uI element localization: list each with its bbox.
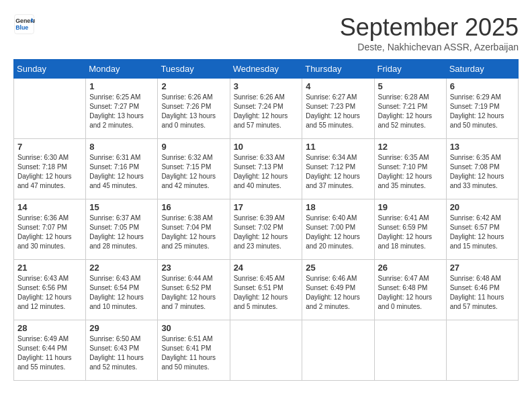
- calendar-cell-w5d2: 29Sunrise: 6:50 AMSunset: 6:43 PMDayligh…: [86, 320, 158, 381]
- calendar-cell-w2d7: 13Sunrise: 6:35 AMSunset: 7:08 PMDayligh…: [446, 139, 518, 199]
- day-number: 30: [161, 323, 226, 333]
- day-number: 17: [234, 202, 299, 212]
- day-number: 3: [234, 81, 299, 91]
- header-saturday: Saturday: [446, 60, 518, 79]
- day-number: 25: [306, 263, 370, 273]
- calendar-cell-w3d2: 15Sunrise: 6:37 AMSunset: 7:05 PMDayligh…: [86, 199, 158, 260]
- day-number: 18: [306, 202, 370, 212]
- header-friday: Friday: [374, 60, 446, 79]
- day-info: Sunrise: 6:33 AMSunset: 7:13 PMDaylight:…: [234, 153, 299, 191]
- day-info: Sunrise: 6:48 AMSunset: 6:46 PMDaylight:…: [450, 274, 515, 312]
- calendar-cell-w2d3: 9Sunrise: 6:32 AMSunset: 7:15 PMDaylight…: [158, 139, 230, 199]
- calendar-cell-w4d1: 21Sunrise: 6:43 AMSunset: 6:56 PMDayligh…: [14, 260, 86, 320]
- day-info: Sunrise: 6:43 AMSunset: 6:54 PMDaylight:…: [89, 274, 154, 312]
- calendar-cell-w4d4: 24Sunrise: 6:45 AMSunset: 6:51 PMDayligh…: [230, 260, 302, 320]
- calendar-cell-w1d2: 1Sunrise: 6:25 AMSunset: 7:27 PMDaylight…: [86, 79, 158, 139]
- header-wednesday: Wednesday: [230, 60, 302, 79]
- day-info: Sunrise: 6:51 AMSunset: 6:41 PMDaylight:…: [161, 334, 226, 372]
- calendar-cell-w2d1: 7Sunrise: 6:30 AMSunset: 7:18 PMDaylight…: [14, 139, 86, 199]
- day-info: Sunrise: 6:43 AMSunset: 6:56 PMDaylight:…: [17, 274, 82, 312]
- day-number: 7: [17, 142, 82, 152]
- location: Deste, Nakhichevan ASSR, Azerbaijan: [340, 42, 519, 52]
- title-section: September 2025 Deste, Nakhichevan ASSR, …: [340, 13, 519, 52]
- day-info: Sunrise: 6:37 AMSunset: 7:05 PMDaylight:…: [89, 214, 154, 251]
- day-info: Sunrise: 6:50 AMSunset: 6:43 PMDaylight:…: [89, 334, 154, 372]
- page-header: General Blue General Blue September 2025…: [13, 13, 519, 52]
- calendar-cell-w4d2: 22Sunrise: 6:43 AMSunset: 6:54 PMDayligh…: [86, 260, 158, 320]
- day-info: Sunrise: 6:26 AMSunset: 7:26 PMDaylight:…: [161, 93, 226, 130]
- calendar-cell-w1d6: 5Sunrise: 6:28 AMSunset: 7:21 PMDaylight…: [374, 79, 446, 139]
- week-row-3: 14Sunrise: 6:36 AMSunset: 7:07 PMDayligh…: [14, 199, 519, 260]
- calendar-cell-w2d2: 8Sunrise: 6:31 AMSunset: 7:16 PMDaylight…: [86, 139, 158, 199]
- header-sunday: Sunday: [14, 60, 86, 79]
- day-number: 15: [89, 202, 154, 212]
- header-thursday: Thursday: [302, 60, 374, 79]
- calendar-cell-w1d3: 2Sunrise: 6:26 AMSunset: 7:26 PMDaylight…: [158, 79, 230, 139]
- day-number: 27: [450, 263, 515, 273]
- calendar-cell-w2d6: 12Sunrise: 6:35 AMSunset: 7:10 PMDayligh…: [374, 139, 446, 199]
- day-info: Sunrise: 6:41 AMSunset: 6:59 PMDaylight:…: [378, 214, 443, 251]
- day-number: 5: [378, 81, 443, 91]
- day-info: Sunrise: 6:42 AMSunset: 6:57 PMDaylight:…: [450, 214, 515, 251]
- week-row-2: 7Sunrise: 6:30 AMSunset: 7:18 PMDaylight…: [14, 139, 519, 199]
- week-row-4: 21Sunrise: 6:43 AMSunset: 6:56 PMDayligh…: [14, 260, 519, 320]
- calendar-cell-w4d6: 26Sunrise: 6:47 AMSunset: 6:48 PMDayligh…: [374, 260, 446, 320]
- calendar-cell-w3d3: 16Sunrise: 6:38 AMSunset: 7:04 PMDayligh…: [158, 199, 230, 260]
- day-number: 20: [450, 202, 515, 212]
- day-info: Sunrise: 6:45 AMSunset: 6:51 PMDaylight:…: [234, 274, 299, 312]
- day-number: 6: [450, 81, 515, 91]
- calendar-cell-w1d5: 4Sunrise: 6:27 AMSunset: 7:23 PMDaylight…: [302, 79, 374, 139]
- calendar-cell-w4d5: 25Sunrise: 6:46 AMSunset: 6:49 PMDayligh…: [302, 260, 374, 320]
- calendar-cell-w5d3: 30Sunrise: 6:51 AMSunset: 6:41 PMDayligh…: [158, 320, 230, 381]
- day-info: Sunrise: 6:44 AMSunset: 6:52 PMDaylight:…: [161, 274, 226, 312]
- day-info: Sunrise: 6:38 AMSunset: 7:04 PMDaylight:…: [161, 214, 226, 251]
- calendar-cell-w1d1: [14, 79, 86, 139]
- day-info: Sunrise: 6:28 AMSunset: 7:21 PMDaylight:…: [378, 93, 443, 130]
- day-number: 11: [306, 142, 370, 152]
- day-number: 2: [161, 81, 226, 91]
- calendar-cell-w4d7: 27Sunrise: 6:48 AMSunset: 6:46 PMDayligh…: [446, 260, 518, 320]
- calendar-cell-w3d1: 14Sunrise: 6:36 AMSunset: 7:07 PMDayligh…: [14, 199, 86, 260]
- day-number: 4: [306, 81, 370, 91]
- month-title: September 2025: [340, 13, 519, 42]
- header-tuesday: Tuesday: [158, 60, 230, 79]
- day-info: Sunrise: 6:35 AMSunset: 7:08 PMDaylight:…: [450, 153, 515, 191]
- calendar-cell-w3d4: 17Sunrise: 6:39 AMSunset: 7:02 PMDayligh…: [230, 199, 302, 260]
- day-number: 29: [89, 323, 154, 333]
- calendar-cell-w3d5: 18Sunrise: 6:40 AMSunset: 7:00 PMDayligh…: [302, 199, 374, 260]
- day-info: Sunrise: 6:31 AMSunset: 7:16 PMDaylight:…: [89, 153, 154, 191]
- day-info: Sunrise: 6:49 AMSunset: 6:44 PMDaylight:…: [17, 334, 82, 372]
- calendar: Sunday Monday Tuesday Wednesday Thursday…: [13, 59, 519, 381]
- calendar-cell-w1d7: 6Sunrise: 6:29 AMSunset: 7:19 PMDaylight…: [446, 79, 518, 139]
- header-monday: Monday: [86, 60, 158, 79]
- day-number: 8: [89, 142, 154, 152]
- day-info: Sunrise: 6:26 AMSunset: 7:24 PMDaylight:…: [234, 93, 299, 130]
- day-info: Sunrise: 6:25 AMSunset: 7:27 PMDaylight:…: [89, 93, 154, 130]
- calendar-cell-w5d1: 28Sunrise: 6:49 AMSunset: 6:44 PMDayligh…: [14, 320, 86, 381]
- day-info: Sunrise: 6:40 AMSunset: 7:00 PMDaylight:…: [306, 214, 370, 251]
- day-info: Sunrise: 6:27 AMSunset: 7:23 PMDaylight:…: [306, 93, 370, 130]
- week-row-5: 28Sunrise: 6:49 AMSunset: 6:44 PMDayligh…: [14, 320, 519, 381]
- week-row-1: 1Sunrise: 6:25 AMSunset: 7:27 PMDaylight…: [14, 79, 519, 139]
- calendar-cell-w5d4: [230, 320, 302, 381]
- day-number: 12: [378, 142, 443, 152]
- day-number: 13: [450, 142, 515, 152]
- day-number: 23: [161, 263, 226, 273]
- day-info: Sunrise: 6:32 AMSunset: 7:15 PMDaylight:…: [161, 153, 226, 191]
- day-info: Sunrise: 6:47 AMSunset: 6:48 PMDaylight:…: [378, 274, 443, 312]
- logo-icon: General Blue: [13, 13, 35, 35]
- day-number: 28: [17, 323, 82, 333]
- logo: General Blue General Blue: [13, 13, 35, 35]
- day-number: 9: [161, 142, 226, 152]
- calendar-cell-w5d7: [446, 320, 518, 381]
- svg-text:Blue: Blue: [15, 24, 28, 31]
- day-info: Sunrise: 6:30 AMSunset: 7:18 PMDaylight:…: [17, 153, 82, 191]
- day-info: Sunrise: 6:46 AMSunset: 6:49 PMDaylight:…: [306, 274, 370, 312]
- day-info: Sunrise: 6:39 AMSunset: 7:02 PMDaylight:…: [234, 214, 299, 251]
- day-info: Sunrise: 6:36 AMSunset: 7:07 PMDaylight:…: [17, 214, 82, 251]
- day-number: 24: [234, 263, 299, 273]
- calendar-cell-w2d5: 11Sunrise: 6:34 AMSunset: 7:12 PMDayligh…: [302, 139, 374, 199]
- calendar-cell-w2d4: 10Sunrise: 6:33 AMSunset: 7:13 PMDayligh…: [230, 139, 302, 199]
- day-info: Sunrise: 6:35 AMSunset: 7:10 PMDaylight:…: [378, 153, 443, 191]
- calendar-header-row: Sunday Monday Tuesday Wednesday Thursday…: [14, 60, 519, 79]
